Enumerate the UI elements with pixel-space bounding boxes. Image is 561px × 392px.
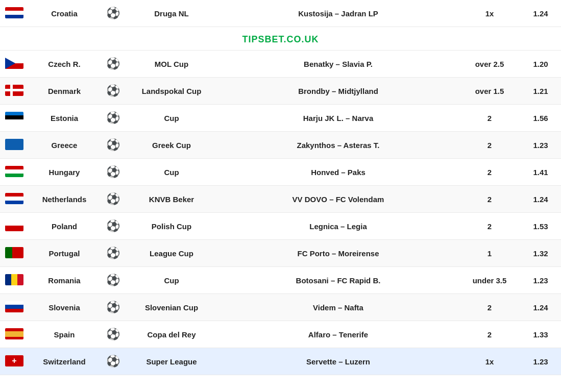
- table-row: Switzerland ⚽ Super League Servette – Lu…: [0, 348, 561, 375]
- ball-icon: ⚽: [100, 267, 126, 294]
- ball-icon: ⚽: [100, 240, 126, 267]
- odds-cell: 1.23: [520, 267, 561, 294]
- odds-cell: 1.21: [520, 78, 561, 105]
- match-cell: Honved – Paks: [217, 159, 459, 186]
- odds-cell: 1.32: [520, 240, 561, 267]
- ball-icon: ⚽: [100, 186, 126, 213]
- match-cell: Videm – Nafta: [217, 294, 459, 321]
- odds-cell: 1.20: [520, 51, 561, 78]
- country-cell: Croatia: [29, 0, 100, 27]
- tip-cell: over 1.5: [459, 78, 520, 105]
- country-cell: Hungary: [29, 159, 100, 186]
- odds-cell: 1.56: [520, 105, 561, 132]
- ball-icon: ⚽: [100, 159, 126, 186]
- table-row: Netherlands ⚽ KNVB Beker VV DOVO – FC Vo…: [0, 186, 561, 213]
- match-cell: Alfaro – Tenerife: [217, 321, 459, 348]
- tip-cell: 1: [459, 240, 520, 267]
- flag-icon: [5, 247, 23, 258]
- ball-icon: ⚽: [100, 105, 126, 132]
- table-row: Czech R. ⚽ MOL Cup Benatky – Slavia P. o…: [0, 51, 561, 78]
- table-row: Spain ⚽ Copa del Rey Alfaro – Tenerife 2…: [0, 321, 561, 348]
- tip-cell: under 3.5: [459, 267, 520, 294]
- table-row: Romania ⚽ Cup Botosani – FC Rapid B. und…: [0, 267, 561, 294]
- table-row: Croatia ⚽ Druga NL Kustosija – Jadran LP…: [0, 0, 561, 27]
- main-container: Croatia ⚽ Druga NL Kustosija – Jadran LP…: [0, 0, 561, 392]
- flag-icon: [5, 355, 23, 366]
- tip-cell: over 2.5: [459, 51, 520, 78]
- competition-cell: Polish Cup: [126, 213, 217, 240]
- tip-cell: 1x: [459, 0, 520, 27]
- odds-cell: 1.24: [520, 294, 561, 321]
- flag-icon: [5, 220, 23, 231]
- tip-cell: 2: [459, 294, 520, 321]
- competition-cell: Cup: [126, 267, 217, 294]
- flag-cell: [0, 240, 29, 267]
- country-cell: Poland: [29, 213, 100, 240]
- match-cell: Zakynthos – Asteras T.: [217, 132, 459, 159]
- flag-cell: [0, 294, 29, 321]
- flag-icon: [5, 328, 23, 339]
- odds-cell: 1.24: [520, 0, 561, 27]
- flag-cell: [0, 213, 29, 240]
- flag-cell: [0, 159, 29, 186]
- flag-icon: [5, 274, 23, 285]
- competition-cell: KNVB Beker: [126, 186, 217, 213]
- odds-cell: 1.33: [520, 321, 561, 348]
- flag-cell: [0, 78, 29, 105]
- competition-cell: Cup: [126, 159, 217, 186]
- competition-cell: Landspokal Cup: [126, 78, 217, 105]
- competition-cell: Slovenian Cup: [126, 294, 217, 321]
- table-row: Hungary ⚽ Cup Honved – Paks 2 1.41: [0, 159, 561, 186]
- odds-cell: 1.23: [520, 132, 561, 159]
- match-cell: Botosani – FC Rapid B.: [217, 267, 459, 294]
- country-cell: Romania: [29, 267, 100, 294]
- competition-cell: Greek Cup: [126, 132, 217, 159]
- country-cell: Greece: [29, 132, 100, 159]
- ball-icon: ⚽: [100, 294, 126, 321]
- tip-cell: 2: [459, 186, 520, 213]
- country-cell: Denmark: [29, 78, 100, 105]
- competition-cell: Cup: [126, 105, 217, 132]
- odds-cell: 1.53: [520, 213, 561, 240]
- tips-table: Croatia ⚽ Druga NL Kustosija – Jadran LP…: [0, 0, 561, 375]
- competition-cell: MOL Cup: [126, 51, 217, 78]
- country-cell: Netherlands: [29, 186, 100, 213]
- tip-cell: 2: [459, 213, 520, 240]
- match-cell: Legnica – Legia: [217, 213, 459, 240]
- ball-icon: ⚽: [100, 51, 126, 78]
- match-cell: Benatky – Slavia P.: [217, 51, 459, 78]
- country-cell: Portugal: [29, 240, 100, 267]
- competition-cell: Super League: [126, 348, 217, 375]
- ball-icon: ⚽: [100, 321, 126, 348]
- match-cell: Kustosija – Jadran LP: [217, 0, 459, 27]
- odds-cell: 1.24: [520, 186, 561, 213]
- match-cell: Harju JK L. – Narva: [217, 105, 459, 132]
- flag-icon: [5, 58, 23, 69]
- flag-icon: [5, 112, 23, 123]
- ball-icon: ⚽: [100, 78, 126, 105]
- tip-cell: 2: [459, 159, 520, 186]
- ball-icon: ⚽: [100, 132, 126, 159]
- ball-icon: ⚽: [100, 213, 126, 240]
- country-cell: Spain: [29, 321, 100, 348]
- odds-cell: 1.23: [520, 348, 561, 375]
- country-cell: Czech R.: [29, 51, 100, 78]
- ball-icon: ⚽: [100, 0, 126, 27]
- flag-icon: [5, 193, 23, 204]
- table-row: Slovenia ⚽ Slovenian Cup Videm – Nafta 2…: [0, 294, 561, 321]
- flag-cell: [0, 51, 29, 78]
- competition-cell: Copa del Rey: [126, 321, 217, 348]
- flag-icon: [5, 301, 23, 312]
- tip-cell: 2: [459, 321, 520, 348]
- flag-cell: [0, 267, 29, 294]
- table-row: Poland ⚽ Polish Cup Legnica – Legia 2 1.…: [0, 213, 561, 240]
- tip-cell: 1x: [459, 348, 520, 375]
- country-cell: Slovenia: [29, 294, 100, 321]
- flag-icon: [5, 139, 23, 150]
- table-row: Greece ⚽ Greek Cup Zakynthos – Asteras T…: [0, 132, 561, 159]
- tip-cell: 2: [459, 132, 520, 159]
- competition-cell: League Cup: [126, 240, 217, 267]
- ball-icon: ⚽: [100, 348, 126, 375]
- competition-cell: Druga NL: [126, 0, 217, 27]
- country-cell: Switzerland: [29, 348, 100, 375]
